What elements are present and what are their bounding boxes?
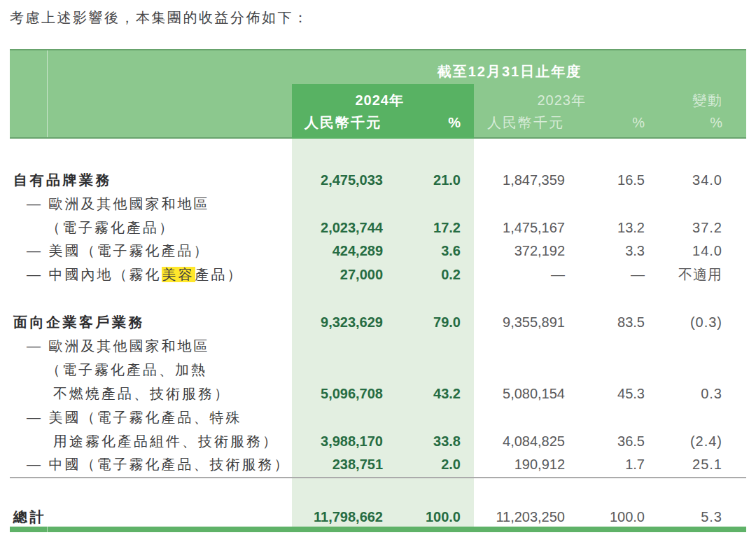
table-row-total: 總計 11,798,662 100.0 11,203,250 100.0 5.3 xyxy=(10,505,746,529)
value-2023: 4,084,825 xyxy=(461,429,565,453)
pct-2023: 45.3 xyxy=(565,382,645,405)
value-2024: 11,798,662 xyxy=(292,505,383,529)
bottom-bar xyxy=(10,527,746,532)
pct-2023: — xyxy=(565,263,645,286)
pct-2023: 36.5 xyxy=(565,429,645,453)
change-pct: (0.3) xyxy=(645,310,746,334)
label-pre: — 中國內地（霧化 xyxy=(27,267,162,282)
value-2024: 238,751 xyxy=(292,452,383,476)
units-spacer xyxy=(10,111,292,134)
row-label: 不燃燒產品、技術服務） xyxy=(10,382,292,405)
table-row: 自有品牌業務 2,475,033 21.0 1,847,359 16.5 34.… xyxy=(10,168,746,192)
row-label: （電子霧化產品、加熱 xyxy=(10,358,292,382)
pct-2024: 17.2 xyxy=(383,216,461,239)
table-row: （電子霧化產品） 2,023,744 17.2 1,475,167 13.2 3… xyxy=(10,216,746,239)
unit-pct-change: % xyxy=(645,111,746,134)
value-2024: 5,096,708 xyxy=(292,382,383,405)
year-2023-header: 2023年 xyxy=(461,88,586,112)
value-2023: — xyxy=(461,263,565,286)
change-pct: (2.4) xyxy=(645,429,746,453)
value-2024: 3,988,170 xyxy=(292,429,383,453)
table-row: （電子霧化產品、加熱 xyxy=(10,358,746,382)
row-label: — 中國內地（霧化美容產品） xyxy=(10,263,292,286)
table-row: 面向企業客戶業務 9,323,629 79.0 9,355,891 83.5 (… xyxy=(10,310,746,334)
value-2024: 9,323,629 xyxy=(292,310,383,334)
intro-text: 考慮上述影響後，本集團的收益分佈如下： xyxy=(10,7,309,28)
row-label: — 美國（電子霧化產品、特殊 xyxy=(10,405,292,429)
value-2024: 424,289 xyxy=(292,239,383,263)
table-row: — 美國（電子霧化產品、特殊 xyxy=(10,405,746,429)
row-label: 用途霧化產品組件、技術服務） xyxy=(10,429,292,453)
pct-2024: 43.2 xyxy=(383,382,461,405)
table-row: — 中國（電子霧化產品、技術服務） 238,751 2.0 190,912 1.… xyxy=(10,452,746,476)
value-2023: 1,847,359 xyxy=(461,168,565,192)
row-label: — 中國（電子霧化產品、技術服務） xyxy=(10,452,292,476)
row-label: 面向企業客戶業務 xyxy=(10,310,292,334)
pct-2024: 33.8 xyxy=(383,429,461,453)
change-pct: 不適用 xyxy=(645,263,746,286)
value-2023: 372,192 xyxy=(461,239,565,263)
pct-2024: 21.0 xyxy=(383,168,461,192)
table-row: 用途霧化產品組件、技術服務） 3,988,170 33.8 4,084,825 … xyxy=(10,429,746,453)
value-2024: 27,000 xyxy=(292,263,383,286)
value-2023: 11,203,250 xyxy=(461,505,565,529)
change-pct: 25.1 xyxy=(645,452,746,476)
row-label: — 歐洲及其他國家和地區 xyxy=(10,192,292,216)
unit-pct-2024: % xyxy=(383,111,461,134)
pct-2024: 79.0 xyxy=(383,310,461,334)
bar-seam xyxy=(47,527,48,532)
year-2024-header: 2024年 xyxy=(292,88,404,112)
value-2023: 1,475,167 xyxy=(461,216,565,239)
revenue-table: 截至12月31日止年度 2024年 2023年 變動 人民幣千元 % 人民幣千元… xyxy=(10,49,746,534)
unit-rmb-2024: 人民幣千元 xyxy=(292,111,383,134)
pct-2023: 1.7 xyxy=(565,452,645,476)
value-2023: 5,080,154 xyxy=(461,382,565,405)
table-row: — 美國（電子霧化產品） 424,289 3.6 372,192 3.3 14.… xyxy=(10,239,746,263)
table-row: — 中國內地（霧化美容產品） 27,000 0.2 — — 不適用 xyxy=(10,263,746,286)
value-2024: 2,475,033 xyxy=(292,168,383,192)
change-header: 變動 xyxy=(645,88,723,112)
highlight-mark: 美容 xyxy=(162,267,195,282)
change-pct: 37.2 xyxy=(645,216,746,239)
total-rule xyxy=(10,477,746,478)
row-label: 自有品牌業務 xyxy=(10,168,292,192)
change-pct: 0.3 xyxy=(645,382,746,405)
pct-2023: 16.5 xyxy=(565,168,645,192)
pct-2024: 3.6 xyxy=(383,239,461,263)
pct-2023: 100.0 xyxy=(565,505,645,529)
period-header: 截至12月31日止年度 xyxy=(292,60,727,83)
pct-2024: 0.2 xyxy=(383,263,461,286)
table-row: 不燃燒產品、技術服務） 5,096,708 43.2 5,080,154 45.… xyxy=(10,382,746,405)
pct-2024: 2.0 xyxy=(383,452,461,476)
pct-2023: 13.2 xyxy=(565,216,645,239)
pct-2024: 100.0 xyxy=(383,505,461,529)
change-pct: 34.0 xyxy=(645,168,746,192)
table-row: — 歐洲及其他國家和地區 xyxy=(10,334,746,358)
unit-pct-2023: % xyxy=(565,111,645,134)
table-row: — 歐洲及其他國家和地區 xyxy=(10,192,746,216)
pct-2023: 83.5 xyxy=(565,310,645,334)
row-label: — 歐洲及其他國家和地區 xyxy=(10,334,292,358)
value-2024: 2,023,744 xyxy=(292,216,383,239)
row-label: — 美國（電子霧化產品） xyxy=(10,239,292,263)
page: 考慮上述影響後，本集團的收益分佈如下： 截至12月31日止年度 2024年 20… xyxy=(0,0,756,535)
unit-rmb-2023: 人民幣千元 xyxy=(461,111,565,134)
change-pct: 5.3 xyxy=(645,505,746,529)
row-label: 總計 xyxy=(10,505,292,529)
value-2023: 190,912 xyxy=(461,452,565,476)
label-post: 產品） xyxy=(195,267,244,282)
value-2023: 9,355,891 xyxy=(461,310,565,334)
units-row: 人民幣千元 % 人民幣千元 % % xyxy=(10,111,746,134)
change-pct: 14.0 xyxy=(645,239,746,263)
row-label: （電子霧化產品） xyxy=(10,216,292,239)
pct-2023: 3.3 xyxy=(565,239,645,263)
